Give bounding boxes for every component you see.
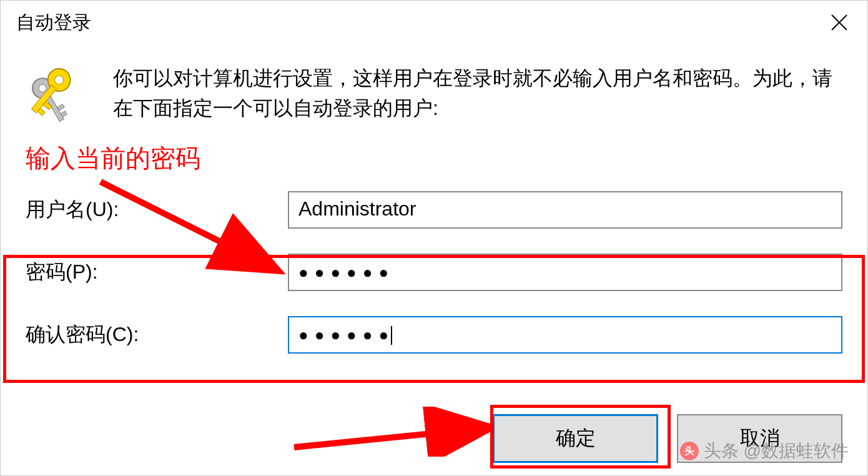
annotation-hint: 输入当前的密码 (26, 141, 842, 176)
titlebar: 自动登录 (1, 1, 867, 44)
confirm-label: 确认密码(C): (26, 321, 288, 349)
username-label: 用户名(U): (26, 196, 288, 224)
watermark-icon: 头 (680, 442, 699, 460)
keys-icon (26, 63, 88, 129)
svg-rect-5 (57, 104, 64, 111)
username-field[interactable]: Administrator (288, 191, 842, 229)
annotation-arrow-to-ok (288, 407, 494, 457)
close-button[interactable] (824, 7, 855, 38)
password-label: 密码(P): (26, 259, 288, 286)
close-icon (831, 14, 848, 31)
dialog-content: 你可以对计算机进行设置，这样用户在登录时就不必输入用户名和密码。为此，请在下面指… (1, 44, 867, 366)
ok-button[interactable]: 确定 (493, 414, 658, 463)
password-field[interactable]: ●●●●●● (288, 254, 842, 291)
confirm-field[interactable]: ●●●●●● (288, 316, 842, 354)
username-value: Administrator (298, 197, 417, 220)
confirm-row: 确认密码(C): ●●●●●● (26, 316, 842, 354)
text-caret (391, 326, 392, 345)
username-row: 用户名(U): Administrator (26, 191, 842, 229)
password-row: 密码(P): ●●●●●● (26, 254, 842, 291)
description-text: 你可以对计算机进行设置，这样用户在登录时就不必输入用户名和密码。为此，请在下面指… (113, 63, 842, 129)
watermark-text: 头条 @数据蛙软件 (704, 439, 849, 463)
dialog-title: 自动登录 (16, 10, 91, 36)
password-value: ●●●●●● (298, 263, 395, 282)
watermark: 头 头条 @数据蛙软件 (680, 439, 849, 463)
confirm-value: ●●●●●● (298, 325, 395, 344)
auto-login-dialog: 自动登录 (0, 0, 868, 476)
description-row: 你可以对计算机进行设置，这样用户在登录时就不必输入用户名和密码。为此，请在下面指… (26, 63, 842, 129)
svg-line-15 (294, 429, 481, 447)
